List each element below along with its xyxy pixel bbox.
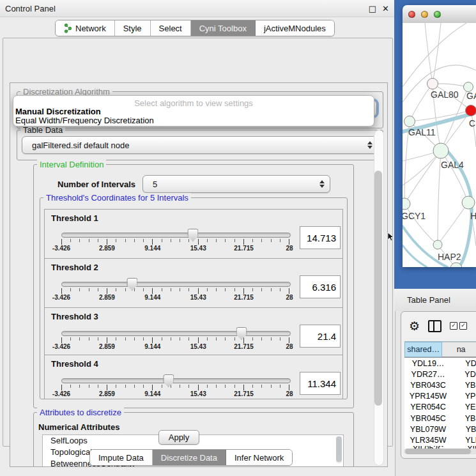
node-label-his: H	[470, 211, 476, 221]
table-row[interactable]: YBR043CYBR0	[404, 380, 476, 390]
threshold-4-slider[interactable]: -3.4262.859 9.14415.43 21.71528	[61, 374, 289, 400]
cyni-toolbox-panel: Discretization Algorithm Select algorith…	[3, 38, 393, 447]
threshold-2-slider[interactable]: -3.4262.859 9.14415.43 21.71528	[61, 278, 289, 303]
select-columns-icon[interactable]: ✓ ✓	[450, 322, 467, 330]
tab-cyni-toolbox[interactable]: Cyni Toolbox	[191, 20, 256, 36]
tab-infer-network[interactable]: Infer Network	[226, 450, 292, 465]
table-data-combo[interactable]: galFiltered.sif default node	[22, 136, 378, 154]
tab-impute-data-label: Impute Data	[98, 453, 144, 463]
mouse-cursor	[387, 233, 395, 242]
control-panel-tabbar: Network Style Select Cyni Toolbox jActiv…	[55, 20, 335, 36]
slider-scale-labels: -3.4262.859 9.14415.43 21.71528	[61, 390, 289, 399]
threshold-3-value-field[interactable]: 21.4	[300, 325, 341, 348]
float-window-icon[interactable]: □	[369, 4, 376, 13]
tab-infer-network-label: Infer Network	[234, 453, 284, 463]
node-selected-red[interactable]	[466, 105, 476, 116]
zoom-traffic-light[interactable]	[434, 11, 441, 18]
minimize-traffic-light[interactable]	[421, 11, 428, 18]
tab-jactivemnodules[interactable]: jActiveMNodules	[256, 20, 334, 36]
node-gal11[interactable]	[404, 116, 415, 127]
window-title: Control Panel	[5, 4, 56, 13]
threshold-4-value-field[interactable]: 11.344	[300, 372, 341, 395]
threshold-3-label: Threshold 3	[51, 312, 98, 321]
tab-discretize-data[interactable]: Discretize Data	[153, 450, 226, 465]
node-label-hap2: HAP2	[438, 252, 461, 262]
combo-stepper-icon[interactable]	[367, 141, 372, 149]
control-panel-titlebar: Control Panel □ ✕	[0, 0, 395, 17]
table-row[interactable]: YLR345WYLR3	[404, 434, 476, 445]
slider-major-ticks	[61, 385, 289, 390]
table-toolbar: ⚙ ✓ ✓	[401, 312, 476, 340]
slider-major-ticks	[61, 337, 289, 343]
table-panel-header: Table Panel	[395, 289, 476, 311]
node-gal80[interactable]	[427, 79, 438, 89]
slider-scale-labels: -3.4262.859 9.14415.43 21.71528	[61, 245, 289, 253]
threshold-2-panel: Threshold 2 -3.4262.859 9.14415.43 21.71…	[44, 258, 343, 309]
network-view-window: GAL80 GA C GAL11 GAL4 GCY1 H HAP2	[394, 0, 476, 289]
threshold-1-slider[interactable]: -3.4262.859 9.14415.43 21.71528	[61, 229, 289, 254]
network-mac-window: GAL80 GA C GAL11 GAL4 GCY1 H HAP2	[403, 5, 476, 267]
column-header-name[interactable]: na	[442, 342, 476, 357]
close-window-icon[interactable]: ✕	[382, 4, 389, 13]
table-horizontal-scrollbar[interactable]	[404, 449, 476, 454]
slider-track[interactable]	[61, 378, 291, 383]
table-row[interactable]: YDR27…YDR2	[404, 369, 476, 380]
number-of-intervals-label: Number of Intervals	[58, 180, 135, 189]
number-of-intervals-combo[interactable]: 5	[142, 175, 330, 193]
threshold-2-value-field[interactable]: 6.316	[300, 275, 341, 298]
slider-major-ticks	[61, 288, 289, 294]
node-label-gal11: GAL11	[408, 127, 436, 137]
node-label-partial: GA	[466, 91, 476, 101]
apply-button[interactable]: Apply	[158, 430, 199, 445]
tab-style-label: Style	[123, 24, 142, 33]
popup-option-manual-discretization[interactable]: Manual Discretization	[15, 107, 101, 116]
table-header-row: shared… na	[404, 341, 476, 358]
tab-select[interactable]: Select	[151, 20, 191, 36]
threshold-1-panel: Threshold 1 -3.4262.859 9.14415.43 21.71…	[44, 209, 343, 259]
node-label-partial: C	[469, 118, 475, 128]
tab-select-label: Select	[159, 24, 182, 33]
control-panel-window: Control Panel □ ✕ Network Style Select C…	[0, 0, 395, 476]
tab-discretize-data-label: Discretize Data	[161, 453, 217, 463]
list-scrollbar[interactable]	[336, 436, 342, 463]
slider-track[interactable]	[61, 233, 291, 238]
network-icon	[64, 24, 72, 33]
network-canvas[interactable]: GAL80 GA C GAL11 GAL4 GCY1 H HAP2	[403, 23, 476, 267]
column-layout-icon[interactable]	[428, 320, 441, 332]
table-row[interactable]: YBL079WYBL0	[404, 424, 476, 434]
table-data-group-label: Table Data	[20, 125, 65, 135]
slider-track[interactable]	[61, 331, 291, 336]
node-label-gal80: GAL80	[431, 89, 459, 100]
slider-track[interactable]	[61, 282, 291, 287]
node-his[interactable]	[462, 196, 475, 209]
table-row[interactable]: YER054CYER0	[404, 402, 476, 413]
table-row[interactable]: YPR145WYPR1	[404, 391, 476, 402]
threshold-3-slider[interactable]: -3.4262.859 9.14415.43 21.71528	[61, 327, 289, 353]
tab-style[interactable]: Style	[115, 20, 151, 36]
node-label-gcy1: GCY1	[403, 211, 426, 221]
tab-network[interactable]: Network	[56, 20, 115, 36]
tab-impute-data[interactable]: Impute Data	[90, 450, 153, 465]
node-gcy1[interactable]	[403, 198, 410, 210]
threshold-1-label: Threshold 1	[51, 213, 98, 223]
threshold-2-label: Threshold 2	[51, 263, 98, 272]
node-attribute-table[interactable]: shared… na YDL19…YDL1 YDR27…YDR2 YBR043C…	[404, 341, 476, 451]
combo-stepper-icon[interactable]	[319, 180, 325, 188]
algorithm-dropdown-popup: Select algorithm to view settings Manual…	[13, 95, 374, 127]
attributes-group-label: Attributes to discretize	[37, 408, 124, 417]
table-row[interactable]: YBR045CYBR0	[404, 413, 476, 424]
cyni-bottom-tabbar: Impute Data Discretize Data Infer Networ…	[89, 449, 293, 466]
close-traffic-light[interactable]	[408, 11, 415, 18]
settings-scrollbar-thumb[interactable]	[374, 171, 382, 406]
thresholds-coordinates-group-label: Threshold's Coordinates for 5 Intervals	[43, 193, 191, 203]
slider-scale-labels: -3.4262.859 9.14415.43 21.71528	[61, 343, 289, 351]
table-panel-card: ⚙ ✓ ✓ shared… na YDL19…YDL1 YDR27…YDR2 Y…	[401, 311, 476, 459]
column-header-shared-name[interactable]: shared…	[404, 342, 442, 357]
table-row[interactable]: YDL19…YDL1	[404, 358, 476, 369]
node-gal4[interactable]	[433, 143, 449, 158]
gear-icon[interactable]: ⚙	[409, 319, 420, 333]
node-hap2[interactable]	[433, 240, 442, 249]
tab-network-label: Network	[75, 24, 106, 33]
popup-option-equal-width-frequency[interactable]: Equal Width/Frequency Discretization	[15, 116, 154, 125]
threshold-1-value-field[interactable]: 14.713	[300, 226, 341, 249]
